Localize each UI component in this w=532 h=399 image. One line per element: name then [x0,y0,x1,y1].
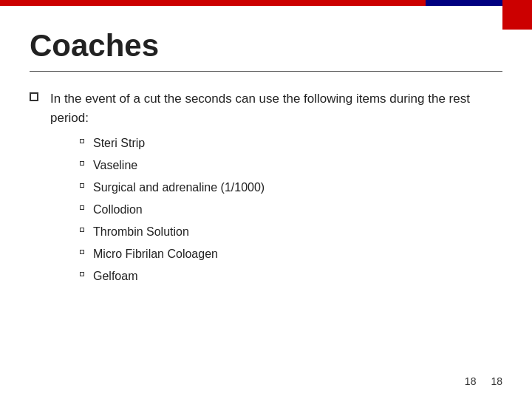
item-label: Collodion [93,201,143,219]
page-title: Coaches [30,28,502,64]
sub-bullet-icon [80,205,84,210]
list-item: Surgical and adrenaline (1/1000) [80,179,502,197]
list-item: Gelfoam [80,267,502,285]
item-label: Vaseline [93,157,137,174]
sub-bullet-icon [80,161,84,166]
list-item: Collodion [80,201,502,219]
main-bullet-icon [30,92,38,101]
item-label: Steri Strip [93,134,145,152]
page-number-left: 18 [465,375,477,387]
sub-bullet-icon [80,272,84,276]
page-numbers: 18 18 [465,375,502,387]
main-bullet-text: In the event of a cut the seconds can us… [50,92,470,125]
divider [30,71,502,72]
page-content: Coaches In the event of a cut the second… [0,6,532,319]
main-bullet: In the event of a cut the seconds can us… [30,89,502,290]
corner-accent [502,0,532,30]
sub-bullet-icon [80,250,84,254]
list-item: Steri Strip [80,134,502,152]
sub-bullet-icon [80,139,84,143]
list-item: Vaseline [80,157,502,174]
sub-bullet-icon [80,228,84,232]
sub-list: Steri Strip Vaseline Surgical and adrena… [80,134,502,285]
item-label: Thrombin Solution [93,223,189,241]
page-number-right: 18 [491,375,502,387]
item-label: Micro Fibrilan Coloagen [93,245,218,263]
list-item: Thrombin Solution [80,223,502,241]
item-label: Gelfoam [93,267,137,285]
item-label: Surgical and adrenaline (1/1000) [93,179,265,197]
top-bar [0,0,532,6]
sub-bullet-icon [80,183,84,188]
list-item: Micro Fibrilan Coloagen [80,245,502,263]
